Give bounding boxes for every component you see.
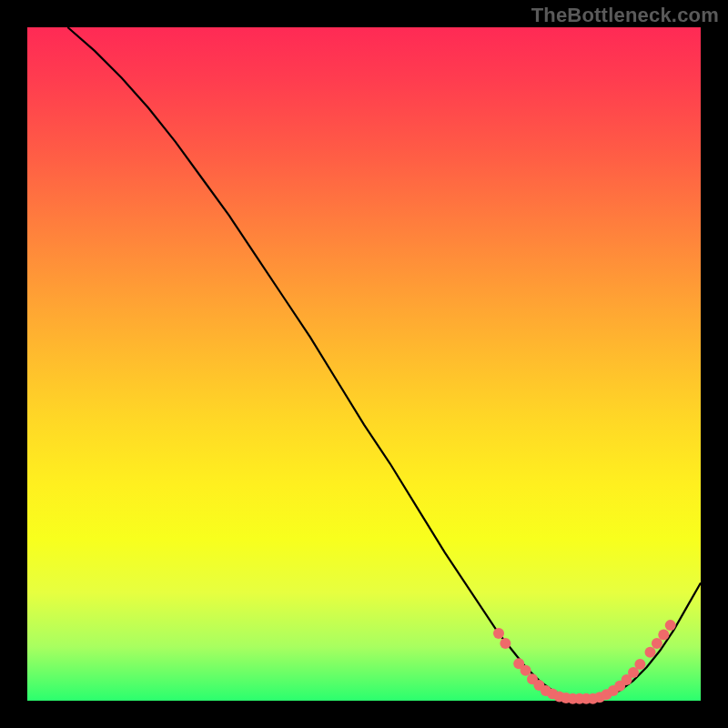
- bottleneck-curve: [67, 27, 701, 699]
- highlight-marker: [634, 659, 645, 670]
- highlight-marker: [493, 628, 504, 639]
- marker-group: [493, 620, 676, 704]
- highlight-marker: [500, 638, 511, 649]
- highlight-marker: [652, 638, 662, 649]
- chart-svg: [27, 27, 701, 701]
- highlight-marker: [658, 629, 669, 640]
- highlight-marker: [665, 620, 676, 631]
- plot-area: [27, 27, 701, 701]
- chart-frame: TheBottleneck.com: [0, 0, 728, 728]
- highlight-marker: [521, 665, 531, 676]
- highlight-marker: [645, 647, 656, 658]
- watermark-text: TheBottleneck.com: [531, 4, 719, 27]
